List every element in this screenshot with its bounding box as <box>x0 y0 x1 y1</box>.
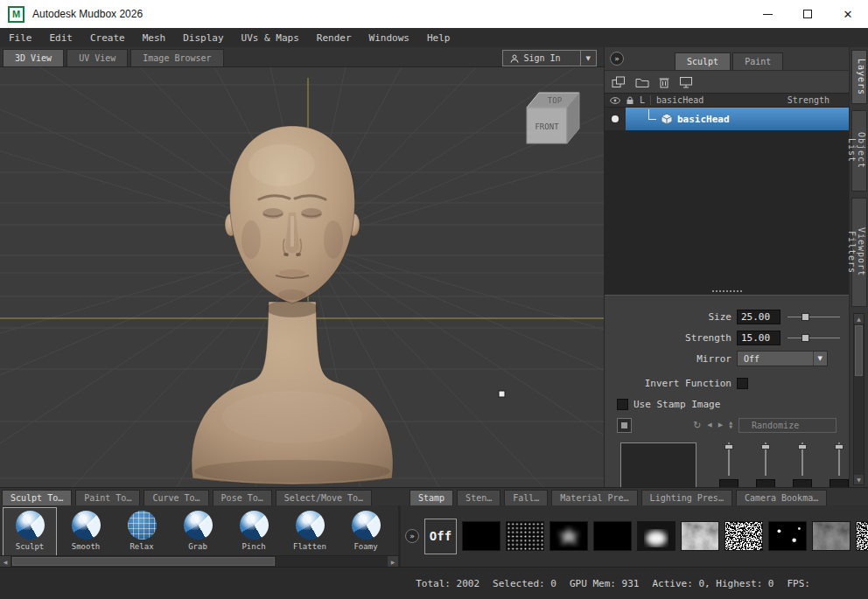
sign-in-caret-icon[interactable]: ▼ <box>580 51 596 66</box>
viewport-3d[interactable]: TOP FRONT <box>0 66 604 487</box>
tray-tab-camera-bookmarks[interactable]: Camera Bookma… <box>736 490 827 505</box>
refresh-icon[interactable]: ↻ <box>693 421 701 430</box>
scroll-up-icon[interactable]: ▲ <box>854 314 864 324</box>
stamp-thumbnail-speckle[interactable] <box>462 521 500 551</box>
tool-pinch[interactable]: Pinch <box>227 507 281 555</box>
random-slider-handle[interactable] <box>724 444 733 449</box>
scroll-right-icon[interactable]: ▶ <box>388 556 398 567</box>
size-slider[interactable] <box>788 312 840 322</box>
layers-icon[interactable] <box>612 76 626 88</box>
minimize-button[interactable] <box>747 0 788 28</box>
size-slider-handle[interactable] <box>802 313 809 321</box>
properties-scrollbar[interactable]: ▲ ▼ <box>853 313 864 485</box>
spinner-icon[interactable]: ▲▼ <box>729 421 732 429</box>
menu-edit[interactable]: Edit <box>41 28 82 47</box>
random-slider-handle[interactable] <box>761 444 770 449</box>
stamp-off-button[interactable]: Off <box>424 519 457 554</box>
panel-expand-button[interactable]: » <box>610 52 624 66</box>
stamp-thumbnail-noise-dense[interactable] <box>724 521 763 551</box>
step-forward-icon[interactable]: ▶ <box>718 422 723 428</box>
menu-create[interactable]: Create <box>81 28 134 47</box>
tab-3d-view[interactable]: 3D View <box>3 49 64 66</box>
tray-tab-stencil[interactable]: Sten… <box>457 490 500 505</box>
stamp-preview[interactable] <box>620 442 696 487</box>
tool-flatten[interactable]: Flatten <box>283 507 337 555</box>
tab-layers[interactable]: Layers <box>851 50 867 104</box>
strength-slider-handle[interactable] <box>802 334 809 342</box>
layer-list[interactable]: basicHead <box>605 108 849 295</box>
maximize-button[interactable] <box>788 0 828 28</box>
tray-tab-sculpt-tools[interactable]: Sculpt To… <box>2 490 72 505</box>
display-icon[interactable] <box>679 76 693 88</box>
random-slider[interactable] <box>830 442 849 487</box>
tool-grab[interactable]: Grab <box>171 507 225 555</box>
random-slider[interactable] <box>793 442 812 487</box>
delete-layer-icon[interactable] <box>659 76 669 88</box>
new-folder-icon[interactable] <box>635 76 649 87</box>
invert-function-checkbox[interactable] <box>737 378 748 389</box>
tray-tab-curve-tools[interactable]: Curve To… <box>144 490 208 505</box>
tool-smooth[interactable]: Smooth <box>59 507 113 555</box>
stamp-thumbnail-noise-soft[interactable] <box>812 521 850 551</box>
tray-tab-lighting-presets[interactable]: Lighting Pres… <box>641 490 732 505</box>
tab-image-browser[interactable]: Image Browser <box>130 49 223 66</box>
strength-input[interactable] <box>737 331 780 345</box>
tool-relax[interactable]: Relax <box>115 507 169 555</box>
random-value-box[interactable] <box>756 479 775 487</box>
tray-tab-falloff[interactable]: Fall… <box>504 490 548 505</box>
tray-tab-material-presets[interactable]: Material Pre… <box>551 490 637 505</box>
menu-file[interactable]: File <box>0 28 41 47</box>
stamp-picker-button[interactable] <box>617 418 632 433</box>
stamp-thumbnail-blob[interactable] <box>637 521 676 551</box>
layer-visibility-cell[interactable] <box>605 108 626 130</box>
tool-sculpt[interactable]: Sculpt <box>3 507 57 555</box>
close-button[interactable]: ✕ <box>828 0 868 28</box>
tab-sculpt[interactable]: Sculpt <box>675 52 731 70</box>
random-value-box[interactable] <box>719 479 738 487</box>
stamp-thumbnail-cloud[interactable] <box>681 521 719 551</box>
stamp-thumbnail-sparkle[interactable] <box>768 521 807 551</box>
tool-foamy[interactable]: Foamy <box>339 507 393 555</box>
menu-uvs-maps[interactable]: UVs & Maps <box>233 28 308 47</box>
scroll-left-icon[interactable]: ◀ <box>0 556 10 567</box>
tools-scrollbar-thumb[interactable] <box>12 557 275 566</box>
tab-uv-view[interactable]: UV View <box>66 49 128 66</box>
layer-row-basichead[interactable]: basicHead <box>605 108 849 130</box>
stamp-thumbnail-stripes[interactable] <box>593 521 632 551</box>
menu-render[interactable]: Render <box>308 28 360 47</box>
tray-tab-pose-tools[interactable]: Pose To… <box>213 490 272 505</box>
tab-paint[interactable]: Paint <box>732 52 783 70</box>
visibility-dot-icon[interactable] <box>612 115 619 122</box>
scroll-down-icon[interactable]: ▼ <box>854 475 864 484</box>
scrollbar-thumb[interactable] <box>855 325 863 376</box>
sign-in-control[interactable]: Sign In ▼ <box>502 50 597 66</box>
menu-help[interactable]: Help <box>418 28 459 47</box>
random-slider[interactable] <box>719 442 738 487</box>
random-slider[interactable] <box>756 442 775 487</box>
tab-object-list[interactable]: Object List <box>851 110 867 191</box>
panel-splitter-handle[interactable] <box>712 290 742 292</box>
randomize-button[interactable]: Randomize <box>738 418 836 433</box>
tab-viewport-filters[interactable]: Viewport Filters <box>851 198 867 307</box>
random-slider-handle[interactable] <box>798 444 807 449</box>
size-input[interactable] <box>737 310 780 324</box>
tray-tab-paint-tools[interactable]: Paint To… <box>75 490 140 505</box>
strength-slider[interactable] <box>788 333 840 343</box>
tray-tab-stamp[interactable]: Stamp <box>410 490 453 505</box>
tools-scrollbar[interactable]: ◀ ▶ <box>0 555 398 567</box>
random-value-box[interactable] <box>793 479 812 487</box>
tray-expand-button[interactable]: » <box>405 529 419 543</box>
menu-display[interactable]: Display <box>174 28 232 47</box>
menu-mesh[interactable]: Mesh <box>134 28 175 47</box>
viewport-canvas[interactable]: TOP FRONT <box>0 67 604 487</box>
random-slider-handle[interactable] <box>835 444 844 449</box>
menu-windows[interactable]: Windows <box>360 28 418 47</box>
step-back-icon[interactable]: ◀ <box>707 422 711 428</box>
mirror-dropdown[interactable]: Off ▼ <box>737 351 828 366</box>
random-value-box[interactable] <box>830 479 849 487</box>
stamp-thumbnail-splatter[interactable] <box>550 521 588 551</box>
tray-tab-select-move-tools[interactable]: Select/Move To… <box>276 490 372 505</box>
use-stamp-image-checkbox[interactable] <box>617 399 628 410</box>
stamp-thumbnail-dot-grid[interactable] <box>506 521 544 551</box>
stamp-thumbnail-clipped[interactable] <box>856 521 868 551</box>
